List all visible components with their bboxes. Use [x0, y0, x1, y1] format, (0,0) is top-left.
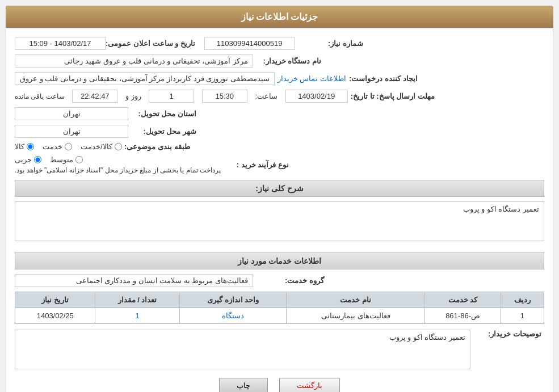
cell-service-name: فعالیت‌های بیمارستانی: [287, 308, 425, 324]
purchase-type-row: نوع فرآیند خرید : متوسط جزیی پرداخت تمام…: [15, 155, 544, 174]
table-header-name: نام خدمت: [287, 292, 425, 308]
purchase-type-jozei[interactable]: جزیی: [15, 155, 41, 164]
creator-row: ایجاد کننده درخواست: اطلاعات تماس خریدار…: [15, 72, 544, 85]
category-radio-kala[interactable]: [27, 143, 34, 150]
purchase-note: پرداخت تمام یا بخشی از مبلغ خریداز محل "…: [15, 166, 221, 174]
table-header-row-num: ردیف: [501, 292, 544, 308]
category-radio-khedmat[interactable]: [65, 143, 72, 150]
city-label: شهر محل تحویل:: [128, 127, 196, 136]
category-label-kala-khedmat: کالا/خدمت: [81, 142, 112, 151]
cell-service-code: ص-86-861: [425, 308, 501, 324]
category-label: طبقه بندی موضوعی:: [122, 142, 190, 151]
description-box: تعمیر دستگاه اکو و پروب: [15, 201, 544, 241]
category-option-kala[interactable]: کالا: [15, 142, 34, 151]
creator-label: ایجاد کننده درخواست:: [349, 74, 418, 83]
deadline-days-label: روز و: [125, 92, 141, 100]
purchase-radio-mutawasit[interactable]: [75, 156, 83, 163]
province-label: استان محل تحویل:: [128, 109, 196, 118]
cell-unit: دستگاه: [179, 308, 287, 324]
table-header-unit: واحد اندازه گیری: [179, 292, 287, 308]
announce-datetime-value: 1403/02/17 - 15:09: [15, 37, 106, 50]
service-table: ردیف کد خدمت نام خدمت واحد اندازه گیری ت…: [15, 292, 544, 324]
deadline-days: 1: [149, 90, 194, 103]
need-number-value: 1103099414000519: [204, 37, 295, 50]
category-radio-kala-khedmat[interactable]: [115, 143, 122, 150]
purchase-label-mutawasit: متوسط: [50, 155, 73, 164]
buttons-row: بازگشت چاپ: [15, 378, 544, 392]
province-row: استان محل تحویل: تهران: [15, 107, 544, 120]
deadline-date: 1403/02/19: [285, 90, 348, 103]
cell-date: 1403/02/25: [15, 308, 95, 324]
table-header-quantity: تعداد / مقدار: [95, 292, 179, 308]
purchase-type-mutawasit[interactable]: متوسط: [50, 155, 83, 164]
category-label-khedmat: خدمت: [43, 142, 62, 151]
service-group-label: گروه خدمت:: [256, 276, 324, 285]
category-option-khedmat[interactable]: خدمت: [43, 142, 72, 151]
print-button[interactable]: چاپ: [219, 378, 268, 392]
purchase-type-radio-group: متوسط جزیی: [15, 155, 83, 164]
category-row: طبقه بندی موضوعی: کالا/خدمت خدمت کالا: [15, 142, 544, 151]
category-label-kala: کالا: [15, 142, 24, 151]
page-header: جزئیات اطلاعات نیاز: [6, 6, 553, 28]
category-radio-group: کالا/خدمت خدمت کالا: [15, 142, 122, 151]
purchase-type-label: نوع فرآیند خرید :: [221, 161, 289, 169]
remaining-time-label: ساعت باقی مانده: [15, 92, 65, 100]
table-header-code: کد خدمت: [425, 292, 501, 308]
table-row: 1 ص-86-861 فعالیت‌های بیمارستانی دستگاه …: [15, 308, 544, 324]
buyer-notes-value: تعمیر دستگاه اکو و پروب: [389, 333, 465, 342]
category-option-kala-khedmat[interactable]: کالا/خدمت: [81, 142, 122, 151]
creator-value: سیدمصطفی نوروزی فرد کاربرداز مرکز آموزشی…: [15, 72, 275, 85]
cell-quantity: 1: [95, 308, 179, 324]
requester-org-value: مرکز آموزشی، تحقیقاتی و درمانی قلب و عرو…: [15, 54, 253, 68]
requester-org-row: نام دستگاه خریدار: مرکز آموزشی، تحقیقاتی…: [15, 54, 544, 68]
deadline-label: مهلت ارسال پاسخ: تا تاریخ:: [351, 92, 435, 100]
service-group-value: فعالیت‌های مربوط به سلامت انسان و مددکار…: [15, 274, 253, 287]
city-value: تهران: [15, 125, 128, 138]
buyer-notes-label: توصیحات خریدار:: [473, 330, 541, 338]
page-title: جزئیات اطلاعات نیاز: [241, 12, 318, 22]
requester-org-label: نام دستگاه خریدار:: [253, 57, 321, 65]
purchase-radio-jozei[interactable]: [34, 156, 41, 163]
description-value: تعمیر دستگاه اکو و پروب: [463, 205, 539, 213]
description-section-title: شرح کلی نیاز:: [15, 180, 544, 197]
service-group-row: گروه خدمت: فعالیت‌های مربوط به سلامت انس…: [15, 274, 544, 287]
creator-contact-link[interactable]: اطلاعات تماس خریدار: [278, 74, 346, 83]
table-header-date: تاریخ نیاز: [15, 292, 95, 308]
purchase-label-jozei: جزیی: [15, 155, 32, 164]
deadline-row: مهلت ارسال پاسخ: تا تاریخ: 1403/02/19 سا…: [15, 90, 544, 103]
need-number-label: شماره نیاز:: [295, 39, 363, 48]
deadline-time-label: ساعت:: [255, 92, 278, 100]
buyer-notes-box: تعمیر دستگاه اکو و پروب: [15, 330, 470, 369]
announce-datetime-label: تاریخ و ساعت اعلان عمومی:: [106, 39, 195, 48]
remaining-time: 22:42:47: [72, 90, 117, 103]
deadline-time: 15:30: [202, 90, 247, 103]
services-section-title: اطلاعات خدمات مورد نیاز: [15, 252, 544, 269]
province-value: تهران: [15, 107, 128, 120]
city-row: شهر محل تحویل: تهران: [15, 125, 544, 138]
back-button[interactable]: بازگشت: [279, 378, 340, 392]
need-number-row: شماره نیاز: 1103099414000519 تاریخ و ساع…: [15, 37, 544, 50]
cell-row-num: 1: [501, 308, 544, 324]
